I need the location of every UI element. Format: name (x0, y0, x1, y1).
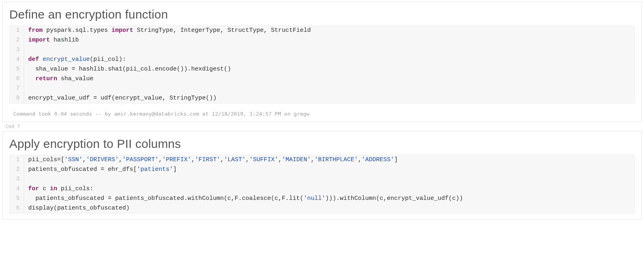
code-text[interactable]: patients_obfuscated = patients_obfuscate… (24, 194, 634, 204)
line-number: 3 (10, 174, 24, 184)
code-line[interactable]: 1from pyspark.sql.types import StringTyp… (10, 26, 634, 35)
code-text[interactable]: for c in pii_cols: (24, 184, 634, 194)
code-line[interactable]: 3 (10, 174, 634, 184)
code-line[interactable]: 6 return sha_value (10, 74, 634, 84)
line-number: 4 (10, 184, 24, 194)
code-text[interactable] (24, 45, 634, 55)
code-line[interactable]: 4for c in pii_cols: (10, 184, 634, 194)
code-text[interactable]: patients_obfuscated = ehr_dfs['patients'… (24, 165, 634, 174)
cmd-label: Cmd 7 (6, 124, 644, 129)
code-text[interactable]: from pyspark.sql.types import StringType… (24, 26, 634, 35)
code-line[interactable]: 8encrypt_value_udf = udf(encrypt_value, … (10, 93, 634, 103)
code-text[interactable]: sha_value = hashlib.sha1(pii_col.encode(… (24, 64, 634, 74)
code-text[interactable]: display(patients_obfuscated) (24, 204, 634, 213)
line-number: 5 (10, 194, 24, 204)
line-number: 4 (10, 55, 24, 64)
notebook-cell[interactable]: Apply encryption to PII columns 1pii_col… (2, 131, 642, 220)
code-editor[interactable]: 1pii_cols=['SSN','DRIVERS','PASSPORT','P… (9, 155, 635, 214)
code-line[interactable]: 3 (10, 45, 634, 55)
cell-title: Apply encryption to PII columns (3, 131, 641, 155)
code-line[interactable]: 2patients_obfuscated = ehr_dfs['patients… (10, 165, 634, 174)
code-text[interactable]: import hashlib (24, 35, 634, 45)
cell-title: Define an encryption function (3, 2, 641, 25)
cell-execution-status: Command took 0.04 seconds -- by amir.ker… (3, 109, 641, 122)
line-number: 1 (10, 155, 24, 165)
line-number: 1 (10, 26, 24, 35)
code-line[interactable]: 1pii_cols=['SSN','DRIVERS','PASSPORT','P… (10, 155, 634, 165)
code-text[interactable]: def encrypt_value(pii_col): (24, 55, 634, 64)
code-text[interactable]: pii_cols=['SSN','DRIVERS','PASSPORT','PR… (24, 155, 634, 165)
code-line[interactable]: 2import hashlib (10, 35, 634, 45)
code-line[interactable]: 7 (10, 84, 634, 93)
line-number: 7 (10, 84, 24, 93)
line-number: 6 (10, 74, 24, 84)
code-line[interactable]: 5 patients_obfuscated = patients_obfusca… (10, 194, 634, 204)
line-number: 8 (10, 93, 24, 103)
code-line[interactable]: 6display(patients_obfuscated) (10, 204, 634, 213)
line-number: 5 (10, 64, 24, 74)
code-text[interactable] (24, 174, 634, 184)
code-line[interactable]: 4def encrypt_value(pii_col): (10, 55, 634, 64)
code-text[interactable]: encrypt_value_udf = udf(encrypt_value, S… (24, 93, 634, 103)
code-line[interactable]: 5 sha_value = hashlib.sha1(pii_col.encod… (10, 64, 634, 74)
line-number: 6 (10, 204, 24, 213)
code-editor[interactable]: 1from pyspark.sql.types import StringTyp… (9, 25, 635, 104)
line-number: 3 (10, 45, 24, 55)
code-text[interactable]: return sha_value (24, 74, 634, 84)
code-text[interactable] (24, 84, 634, 93)
line-number: 2 (10, 35, 24, 45)
line-number: 2 (10, 165, 24, 174)
notebook-cell[interactable]: Define an encryption function 1from pysp… (2, 2, 642, 122)
